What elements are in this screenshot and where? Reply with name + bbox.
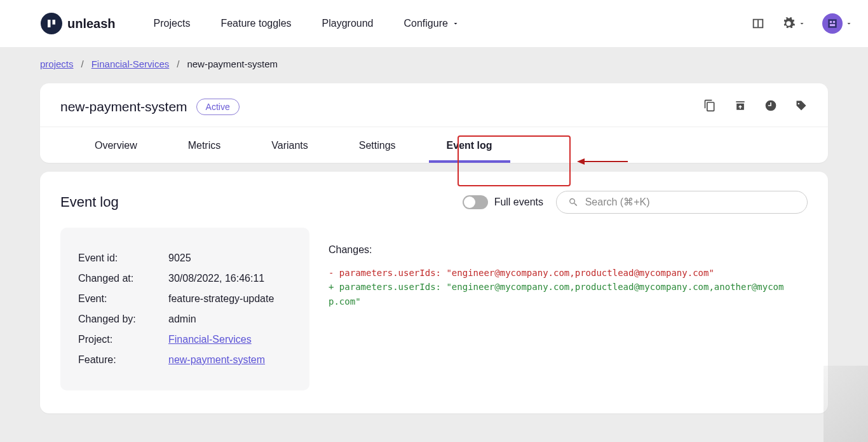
tab-settings[interactable]: Settings	[334, 127, 421, 163]
nav-configure-label: Configure	[404, 18, 448, 29]
nav-feature-toggles[interactable]: Feature toggles	[220, 18, 291, 29]
event-meta: Event id: 9025 Changed at: 30/08/2022, 1…	[60, 228, 309, 390]
event-search[interactable]	[556, 191, 808, 214]
breadcrumb-separator: /	[81, 59, 84, 69]
breadcrumb-root[interactable]: projects	[40, 59, 74, 69]
chevron-down-icon	[452, 20, 459, 27]
docs-icon[interactable]	[751, 17, 765, 31]
search-input[interactable]	[585, 197, 796, 208]
feature-title: new-payment-system	[60, 99, 187, 114]
svg-rect-1	[830, 21, 832, 23]
full-events-toggle-wrap: Full events	[463, 195, 543, 209]
event-project-label: Project:	[78, 329, 168, 350]
full-events-label: Full events	[494, 197, 543, 208]
nav-projects[interactable]: Projects	[154, 18, 191, 29]
background-decoration	[824, 366, 868, 442]
event-feature-label: Feature:	[78, 350, 168, 370]
stale-icon[interactable]	[764, 99, 777, 114]
event-type-value: feature-strategy-update	[168, 289, 274, 309]
feature-card-header: new-payment-system Active	[40, 83, 828, 127]
archive-icon[interactable]	[734, 99, 747, 114]
event-log-head: Event log Full events	[40, 172, 828, 228]
changes-label: Changes:	[329, 244, 789, 256]
user-menu[interactable]	[822, 13, 853, 34]
app-header: unleash Projects Feature toggles Playgro…	[0, 0, 868, 47]
search-icon	[568, 197, 579, 208]
event-project-link[interactable]: Financial-Services	[168, 334, 252, 345]
tab-overview[interactable]: Overview	[69, 127, 163, 163]
tab-variants[interactable]: Variants	[246, 127, 334, 163]
header-actions	[751, 13, 853, 34]
event-changed-by-value: admin	[168, 309, 196, 329]
breadcrumb: projects / Financial-Services / new-paym…	[0, 47, 868, 69]
breadcrumb-current: new-payment-system	[187, 59, 278, 69]
gear-icon	[782, 17, 796, 31]
svg-rect-3	[830, 24, 835, 26]
status-badge: Active	[196, 99, 240, 115]
svg-rect-2	[833, 21, 835, 23]
event-log-card: Event log Full events Event id: 9025 Cha…	[40, 172, 828, 413]
diff-added-line: + parameters.userIds: "engineer@mycompan…	[329, 280, 789, 308]
tag-icon[interactable]	[795, 99, 808, 114]
chevron-down-icon	[845, 20, 853, 27]
event-changed-at-label: Changed at:	[78, 268, 168, 289]
feature-card: new-payment-system Active Overview Metri…	[40, 83, 828, 163]
event-diff: Changes: - parameters.userIds: "engineer…	[309, 228, 808, 390]
copy-icon[interactable]	[703, 99, 716, 114]
feature-actions	[703, 99, 808, 114]
diff-removed-line: - parameters.userIds: "engineer@mycompan…	[329, 266, 789, 280]
tab-event-log[interactable]: Event log	[421, 127, 518, 163]
logo[interactable]: unleash	[41, 13, 116, 34]
feature-tabs: Overview Metrics Variants Settings Event…	[40, 127, 828, 163]
nav-configure[interactable]: Configure	[404, 18, 459, 29]
settings-menu[interactable]	[782, 17, 806, 31]
event-type-label: Event:	[78, 289, 168, 309]
logo-icon	[41, 13, 62, 34]
event-id-label: Event id:	[78, 248, 168, 268]
svg-rect-0	[828, 19, 836, 27]
event-changed-at-value: 30/08/2022, 16:46:11	[168, 268, 264, 289]
event-changed-by-label: Changed by:	[78, 309, 168, 329]
nav-playground[interactable]: Playground	[322, 18, 374, 29]
event-id-value: 9025	[168, 248, 191, 268]
full-events-toggle[interactable]	[463, 195, 488, 209]
top-nav: Projects Feature toggles Playground Conf…	[154, 18, 459, 29]
event-row: Event id: 9025 Changed at: 30/08/2022, 1…	[40, 228, 828, 411]
tab-metrics[interactable]: Metrics	[163, 127, 247, 163]
event-log-title: Event log	[60, 194, 119, 211]
event-feature-link[interactable]: new-payment-system	[168, 354, 265, 365]
avatar	[822, 13, 843, 34]
chevron-down-icon	[798, 20, 806, 27]
breadcrumb-project[interactable]: Financial-Services	[92, 59, 170, 69]
breadcrumb-separator: /	[177, 59, 179, 69]
brand-name: unleash	[67, 17, 116, 31]
